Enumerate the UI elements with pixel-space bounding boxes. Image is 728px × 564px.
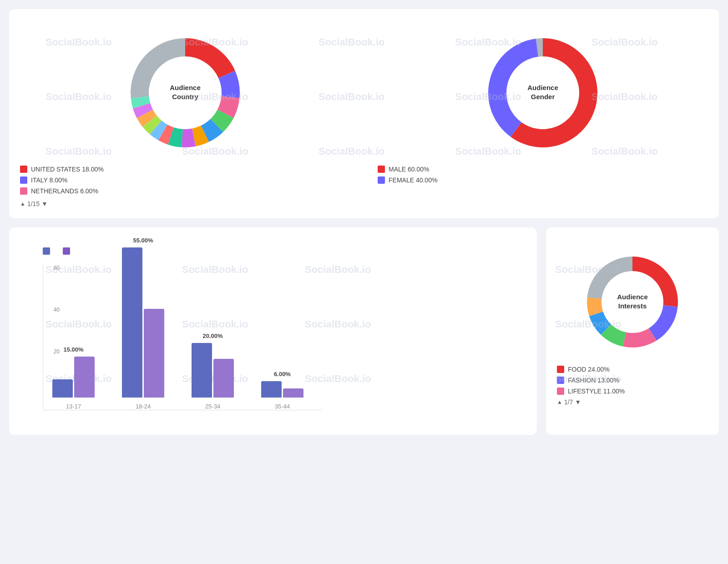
interest-page-icon: ▲ — [557, 399, 562, 405]
age-bar-chart: 0204060 15.00%13-1755.00%18-2420.00%25-3… — [20, 247, 526, 424]
legend-text: UNITED STATES 18.00% — [31, 166, 104, 173]
country-chart-section: AudienceCountry UNITED STATES 18.00%ITAL… — [20, 29, 350, 207]
legend-item: FOOD 24.00% — [557, 366, 708, 373]
age-demographic-card: SocialBook.io SocialBook.io SocialBook.i… — [9, 227, 537, 435]
legend-text: FASHION 13.00% — [568, 377, 619, 384]
male-color-swatch — [63, 247, 70, 255]
female-bar — [122, 247, 142, 398]
country-pagination[interactable]: ▲1/15 ▼ — [20, 200, 48, 207]
male-bar — [74, 357, 95, 398]
svg-text:Country: Country — [172, 93, 198, 101]
interest-pagination[interactable]: ▲1/7 ▼ — [557, 398, 708, 406]
male-bar — [213, 359, 234, 398]
gender-legend: MALE 60.00%FEMALE 40.00% — [378, 166, 437, 187]
bar-top-label: 6.00% — [274, 371, 291, 378]
gender-chart-section: AudienceGender MALE 60.00%FEMALE 40.00% — [378, 29, 708, 207]
interest-donut-wrapper: AudienceInterests — [557, 247, 708, 357]
age-legend-female — [43, 247, 54, 255]
legend-text: ITALY 8.00% — [31, 176, 67, 184]
gender-donut-wrapper: AudienceGender — [378, 29, 708, 156]
interest-page-text[interactable]: 1/7 ▼ — [564, 398, 581, 406]
bar-top-label: 15.00% — [63, 346, 83, 353]
bottom-row: SocialBook.io SocialBook.io SocialBook.i… — [9, 227, 719, 444]
country-donut-wrapper: AudienceCountry — [20, 29, 350, 156]
legend-item: FASHION 13.00% — [557, 377, 708, 384]
legend-text: MALE 60.00% — [389, 166, 430, 173]
bars-container: 15.00%13-1755.00%18-2420.00%25-346.00%35… — [43, 265, 322, 410]
country-donut-svg: AudienceCountry — [121, 29, 249, 156]
audience-interest-card: SocialBook.io SocialBook.io SocialBook.i… — [546, 227, 719, 435]
svg-text:Interests: Interests — [618, 302, 647, 310]
legend-color-swatch — [20, 187, 27, 195]
bar-x-label: 25-34 — [205, 403, 220, 410]
bar-x-label: 35-44 — [275, 403, 290, 410]
bar-pair — [192, 343, 234, 398]
legend-item: UNITED STATES 18.00% — [20, 166, 104, 173]
age-legend-male — [63, 247, 74, 255]
legend-item: LIFESTYLE 11.00% — [557, 388, 708, 395]
country-page-text[interactable]: 1/15 ▼ — [27, 200, 48, 207]
legend-color-swatch — [378, 166, 385, 173]
legend-item: FEMALE 40.00% — [378, 176, 437, 184]
legend-color-swatch — [20, 166, 27, 173]
male-bar — [144, 309, 164, 398]
legend-item: NETHERLANDS 6.00% — [20, 187, 104, 195]
legend-color-swatch — [557, 377, 564, 384]
svg-text:Audience: Audience — [527, 84, 558, 91]
bar-pair — [52, 357, 95, 398]
bar-x-label: 18-24 — [136, 403, 151, 410]
bar-group: 55.00%18-24 — [122, 237, 164, 410]
legend-item: MALE 60.00% — [378, 166, 437, 173]
legend-text: NETHERLANDS 6.00% — [31, 187, 98, 195]
bar-group: 20.00%25-34 — [192, 332, 234, 410]
interest-legend: FOOD 24.00%FASHION 13.00%LIFESTYLE 11.00… — [557, 366, 708, 395]
country-legend: UNITED STATES 18.00%ITALY 8.00%NETHERLAN… — [20, 166, 104, 198]
gender-donut-svg: AudienceGender — [479, 29, 607, 156]
legend-text: FOOD 24.00% — [568, 366, 610, 373]
bar-top-label: 20.00% — [202, 332, 222, 339]
legend-text: LIFESTYLE 11.00% — [568, 388, 625, 395]
female-color-swatch — [43, 247, 50, 255]
male-bar — [283, 388, 303, 398]
female-bar — [192, 343, 212, 398]
legend-text: FEMALE 40.00% — [389, 176, 437, 184]
interest-donut-svg: AudienceInterests — [578, 247, 687, 357]
female-bar — [52, 379, 73, 398]
chart-body: 0204060 15.00%13-1755.00%18-2420.00%25-3… — [43, 265, 526, 410]
country-page-icon: ▲ — [20, 201, 25, 207]
audience-demographic-card: SocialBook.io SocialBook.io SocialBook.i… — [9, 9, 719, 218]
svg-text:Gender: Gender — [531, 93, 555, 101]
legend-item: ITALY 8.00% — [20, 176, 104, 184]
female-bar — [261, 381, 282, 398]
svg-text:Audience: Audience — [170, 84, 201, 91]
top-charts-row: AudienceCountry UNITED STATES 18.00%ITAL… — [20, 29, 708, 207]
bar-x-label: 13-17 — [66, 403, 81, 410]
bar-group: 6.00%35-44 — [261, 371, 303, 410]
bar-pair — [261, 381, 303, 398]
bar-group: 15.00%13-17 — [52, 346, 95, 410]
age-bar-legend — [43, 247, 526, 258]
legend-color-swatch — [557, 388, 564, 395]
legend-color-swatch — [378, 176, 385, 184]
svg-text:Audience: Audience — [617, 293, 648, 301]
legend-color-swatch — [20, 176, 27, 184]
bar-top-label: 55.00% — [133, 237, 153, 244]
legend-color-swatch — [557, 366, 564, 373]
bar-pair — [122, 247, 164, 398]
